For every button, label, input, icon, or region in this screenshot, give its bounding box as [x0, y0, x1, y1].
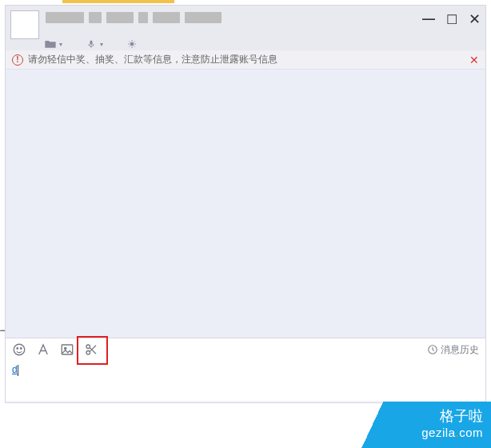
input-toolbar: 消息历史: [6, 338, 485, 361]
sun-icon[interactable]: [126, 39, 138, 49]
folder-menu[interactable]: ▾: [44, 39, 62, 49]
svg-rect-5: [62, 345, 73, 354]
window-controls: — ☐ ✕: [422, 10, 481, 28]
svg-point-4: [21, 348, 22, 350]
warning-bar: ! 请勿轻信中奖、抽奖、汇款等信息，注意防止泄露账号信息 ✕: [6, 50, 485, 70]
minimize-button[interactable]: —: [422, 12, 435, 26]
history-label: 消息历史: [441, 343, 479, 357]
chat-window: ▾ ▾ — ☐ ✕ ! 请勿轻信中奖、抽奖、汇款等信息，注意防止泄露账号信息 ✕: [5, 5, 486, 403]
svg-rect-0: [90, 41, 93, 46]
window-header: ▾ ▾ — ☐ ✕: [6, 6, 485, 50]
svg-point-3: [17, 348, 18, 350]
watermark-cn: 格子啦: [355, 406, 483, 426]
warning-icon: !: [12, 54, 23, 66]
font-button[interactable]: [34, 341, 52, 358]
message-input[interactable]: d: [6, 361, 485, 401]
warning-text: 请勿轻信中奖、抽奖、汇款等信息，注意防止泄露账号信息: [28, 53, 277, 66]
message-history-button[interactable]: 消息历史: [427, 343, 479, 357]
image-button[interactable]: [58, 341, 76, 358]
emoji-button[interactable]: [10, 341, 28, 358]
avatar[interactable]: [10, 10, 39, 39]
warning-close-icon[interactable]: ✕: [469, 54, 479, 66]
maximize-button[interactable]: ☐: [446, 12, 457, 27]
screenshot-button[interactable]: [82, 341, 100, 358]
svg-point-2: [14, 344, 25, 355]
close-button[interactable]: ✕: [469, 10, 481, 28]
input-link-fragment: d: [12, 364, 18, 375]
chat-message-area: [6, 70, 485, 338]
svg-point-1: [130, 42, 134, 46]
watermark-en: gezila.com: [355, 426, 483, 439]
watermark: 格子啦 gezila.com: [355, 402, 491, 448]
window-title: [46, 12, 222, 23]
header-sub-toolbar: ▾ ▾: [44, 39, 138, 49]
mic-menu[interactable]: ▾: [85, 39, 103, 49]
svg-point-6: [65, 347, 66, 349]
